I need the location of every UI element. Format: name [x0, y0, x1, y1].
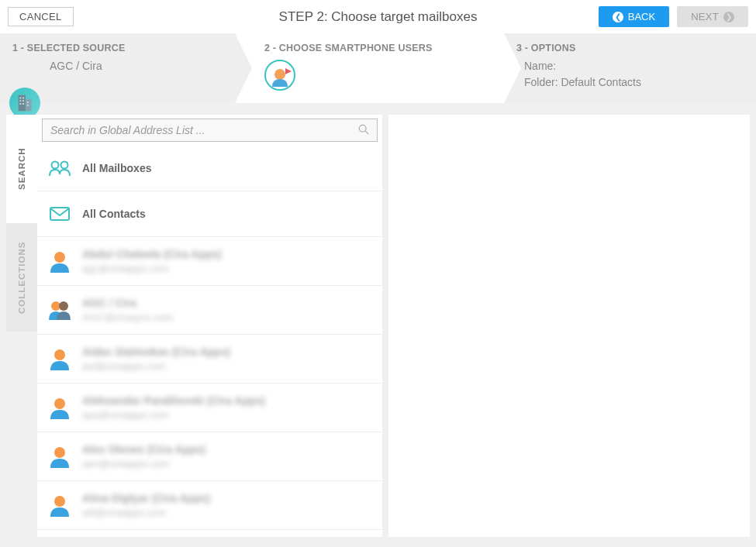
- list-item[interactable]: Aidas Stalmokas (Cira Apps)ast@ciraapps.…: [37, 335, 382, 384]
- group-avatar-icon: [48, 298, 71, 322]
- step-title: STEP 2: Choose target mailboxes: [279, 9, 478, 25]
- contact-email: adi@ciraapps.com: [82, 507, 210, 518]
- person-avatar-icon: [48, 347, 71, 370]
- step-1: 1 - SELECTED SOURCE AGC / Cira: [0, 33, 252, 103]
- user-target-icon: [264, 60, 295, 91]
- side-tabs: SEARCH COLLECTIONS: [6, 115, 37, 537]
- list-item[interactable]: All Cira Apps ManagersAllCiraAppsManager…: [37, 530, 382, 537]
- right-panel: [388, 115, 750, 537]
- list-item-label: All Mailboxes: [82, 162, 151, 174]
- contact-name: Aleksandar Pandilovski (Cira Apps): [82, 394, 265, 407]
- contact-email: AGC@cirasync.com: [82, 311, 173, 323]
- left-panel: SEARCH COLLECTIONS All Mailboxes: [6, 115, 382, 537]
- top-bar: CANCEL STEP 2: Choose target mailboxes ❮…: [0, 0, 756, 33]
- group-icon: [48, 157, 71, 180]
- building-icon: [9, 88, 40, 119]
- person-avatar-icon: [48, 249, 71, 273]
- cancel-button[interactable]: CANCEL: [8, 7, 74, 26]
- back-button[interactable]: ❮ BACK: [599, 6, 669, 27]
- next-button[interactable]: NEXT ❯: [677, 6, 748, 27]
- list-item[interactable]: AGC / CiraAGC@cirasync.com: [37, 286, 382, 335]
- next-button-label: NEXT: [691, 11, 719, 22]
- person-avatar-icon: [48, 396, 71, 419]
- tab-collections[interactable]: COLLECTIONS: [6, 223, 37, 332]
- person-avatar-icon: [48, 445, 71, 468]
- step-3-folder: Folder: Default Contacts: [524, 76, 744, 88]
- list-item-label: All Contacts: [82, 208, 146, 220]
- step-2-label: 2 - CHOOSE SMARTPHONE USERS: [264, 43, 492, 53]
- back-button-label: BACK: [628, 11, 655, 22]
- step-3: 3 - OPTIONS Name: Folder: Default Contac…: [504, 33, 756, 103]
- chevron-left-icon: ❮: [613, 12, 623, 22]
- list-item[interactable]: Alina Digtyar (Cira Apps)adi@ciraapps.co…: [37, 481, 382, 530]
- list-item[interactable]: Abdul Chaleela (Cira Apps)agc@ciraapps.c…: [37, 237, 382, 286]
- svg-point-17: [359, 125, 366, 132]
- step-2: 2 - CHOOSE SMARTPHONE USERS: [252, 33, 504, 103]
- chevron-right-icon: ❯: [723, 12, 734, 22]
- contact-email: ast@ciraapps.com: [82, 360, 230, 372]
- contact-name: Abdul Chaleela (Cira Apps): [82, 248, 222, 260]
- search-icon[interactable]: [358, 124, 369, 137]
- contact-email: apa@ciraapps.com: [82, 409, 265, 421]
- wizard-steps: 1 - SELECTED SOURCE AGC / Cira 2 - CHOOS…: [0, 33, 756, 103]
- step-3-name: Name:: [524, 60, 744, 72]
- person-avatar-icon: [48, 494, 71, 517]
- main-area: SEARCH COLLECTIONS All Mailboxes: [0, 103, 756, 547]
- contact-name: Alina Digtyar (Cira Apps): [82, 492, 210, 504]
- contact-email: aen@ciraapps.com: [82, 458, 205, 470]
- tab-search[interactable]: SEARCH: [6, 115, 37, 223]
- list-item[interactable]: Aleksandar Pandilovski (Cira Apps)apa@ci…: [37, 384, 382, 432]
- contact-name: AGC / Cira: [82, 297, 173, 309]
- step-1-label: 1 - SELECTED SOURCE: [12, 43, 240, 53]
- list-item-all-contacts[interactable]: All Contacts: [37, 191, 382, 237]
- search-input[interactable]: [50, 124, 358, 136]
- list-item[interactable]: Alex Olenev (Cira Apps)aen@ciraapps.com: [37, 432, 382, 481]
- search-box: [42, 119, 378, 142]
- contact-email: agc@ciraapps.com: [82, 263, 222, 274]
- contact-name: Alex Olenev (Cira Apps): [82, 443, 205, 456]
- list-item-all-mailboxes[interactable]: All Mailboxes: [37, 146, 382, 191]
- results-list[interactable]: All Mailboxes All Contacts Abdul Chaleel…: [37, 146, 382, 537]
- step-1-value: AGC / Cira: [12, 60, 240, 72]
- envelope-icon: [48, 202, 71, 225]
- step-3-label: 3 - OPTIONS: [516, 43, 744, 53]
- contact-name: Aidas Stalmokas (Cira Apps): [82, 346, 230, 358]
- svg-line-18: [365, 131, 368, 134]
